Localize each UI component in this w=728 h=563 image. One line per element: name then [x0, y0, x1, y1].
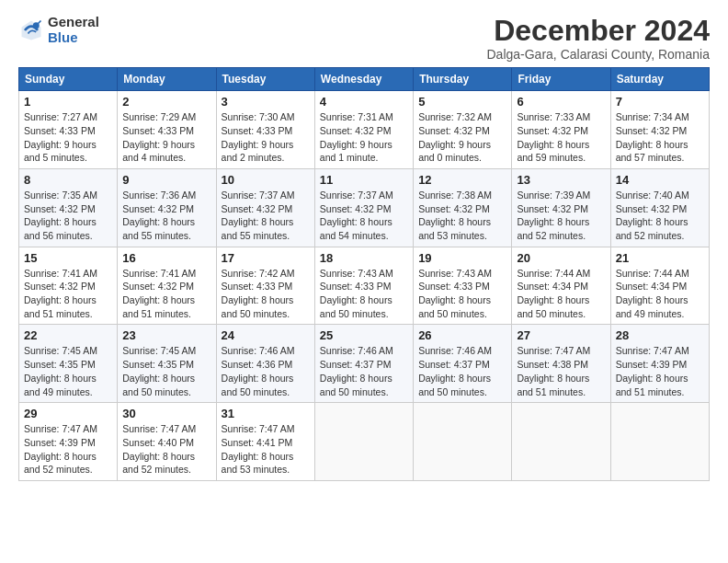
col-wednesday: Wednesday — [314, 68, 413, 91]
day-number: 21 — [616, 251, 704, 265]
day-info: Sunrise: 7:46 AMSunset: 4:36 PMDaylight:… — [222, 345, 295, 396]
table-row: 17 Sunrise: 7:42 AMSunset: 4:33 PMDaylig… — [216, 247, 314, 325]
calendar: Sunday Monday Tuesday Wednesday Thursday… — [18, 67, 710, 481]
logo-general-text: General — [48, 15, 99, 30]
table-row: 25 Sunrise: 7:46 AMSunset: 4:37 PMDaylig… — [314, 325, 413, 403]
day-number: 18 — [320, 251, 408, 265]
day-number: 27 — [517, 328, 605, 342]
day-info: Sunrise: 7:43 AMSunset: 4:33 PMDaylight:… — [320, 268, 393, 319]
day-number: 14 — [616, 173, 704, 187]
day-info: Sunrise: 7:39 AMSunset: 4:32 PMDaylight:… — [517, 190, 590, 241]
calendar-week-3: 15 Sunrise: 7:41 AMSunset: 4:32 PMDaylig… — [19, 247, 710, 325]
day-info: Sunrise: 7:47 AMSunset: 4:39 PMDaylight:… — [24, 423, 97, 475]
day-number: 28 — [616, 328, 704, 342]
table-row: 29 Sunrise: 7:47 AMSunset: 4:39 PMDaylig… — [19, 403, 118, 481]
table-row: 24 Sunrise: 7:46 AMSunset: 4:36 PMDaylig… — [216, 325, 314, 403]
calendar-header: Sunday Monday Tuesday Wednesday Thursday… — [19, 68, 710, 91]
day-info: Sunrise: 7:44 AMSunset: 4:34 PMDaylight:… — [616, 268, 689, 319]
table-row: 3 Sunrise: 7:30 AMSunset: 4:33 PMDayligh… — [216, 91, 314, 169]
main-title: December 2024 — [486, 15, 710, 47]
table-row: 14 Sunrise: 7:40 AMSunset: 4:32 PMDaylig… — [610, 168, 709, 247]
day-info: Sunrise: 7:47 AMSunset: 4:40 PMDaylight:… — [122, 423, 196, 475]
table-row: 19 Sunrise: 7:43 AMSunset: 4:33 PMDaylig… — [414, 247, 512, 325]
table-row — [512, 403, 610, 481]
day-number: 23 — [122, 328, 210, 342]
day-number: 9 — [122, 173, 210, 187]
day-number: 11 — [320, 173, 408, 187]
calendar-week-5: 29 Sunrise: 7:47 AMSunset: 4:39 PMDaylig… — [19, 403, 710, 481]
table-row: 27 Sunrise: 7:47 AMSunset: 4:38 PMDaylig… — [512, 325, 610, 403]
day-number: 19 — [418, 251, 506, 265]
day-number: 12 — [418, 173, 506, 187]
day-info: Sunrise: 7:46 AMSunset: 4:37 PMDaylight:… — [418, 345, 492, 396]
logo-icon — [18, 17, 44, 43]
day-info: Sunrise: 7:37 AMSunset: 4:32 PMDaylight:… — [320, 190, 393, 241]
day-info: Sunrise: 7:37 AMSunset: 4:32 PMDaylight:… — [222, 190, 295, 241]
header-row: Sunday Monday Tuesday Wednesday Thursday… — [19, 68, 710, 91]
header: General Blue December 2024 Dalga-Gara, C… — [18, 15, 710, 62]
col-sunday: Sunday — [19, 68, 118, 91]
day-info: Sunrise: 7:41 AMSunset: 4:32 PMDaylight:… — [122, 268, 196, 319]
table-row: 26 Sunrise: 7:46 AMSunset: 4:37 PMDaylig… — [414, 325, 512, 403]
table-row: 30 Sunrise: 7:47 AMSunset: 4:40 PMDaylig… — [118, 403, 216, 481]
day-number: 2 — [122, 95, 210, 109]
col-monday: Monday — [118, 68, 216, 91]
table-row — [610, 403, 709, 481]
day-info: Sunrise: 7:47 AMSunset: 4:38 PMDaylight:… — [517, 345, 590, 396]
day-info: Sunrise: 7:30 AMSunset: 4:33 PMDaylight:… — [222, 111, 295, 163]
day-number: 15 — [24, 251, 112, 265]
day-info: Sunrise: 7:35 AMSunset: 4:32 PMDaylight:… — [24, 190, 97, 241]
table-row: 9 Sunrise: 7:36 AMSunset: 4:32 PMDayligh… — [118, 168, 216, 247]
calendar-week-2: 8 Sunrise: 7:35 AMSunset: 4:32 PMDayligh… — [19, 168, 710, 247]
day-info: Sunrise: 7:44 AMSunset: 4:34 PMDaylight:… — [517, 268, 590, 319]
table-row — [314, 403, 413, 481]
day-number: 22 — [24, 328, 112, 342]
table-row — [414, 403, 512, 481]
table-row: 23 Sunrise: 7:45 AMSunset: 4:35 PMDaylig… — [118, 325, 216, 403]
calendar-week-1: 1 Sunrise: 7:27 AMSunset: 4:33 PMDayligh… — [19, 91, 710, 169]
calendar-week-4: 22 Sunrise: 7:45 AMSunset: 4:35 PMDaylig… — [19, 325, 710, 403]
day-info: Sunrise: 7:38 AMSunset: 4:32 PMDaylight:… — [418, 190, 492, 241]
table-row: 2 Sunrise: 7:29 AMSunset: 4:33 PMDayligh… — [118, 91, 216, 169]
table-row: 13 Sunrise: 7:39 AMSunset: 4:32 PMDaylig… — [512, 168, 610, 247]
day-info: Sunrise: 7:43 AMSunset: 4:33 PMDaylight:… — [418, 268, 492, 319]
day-number: 7 — [616, 95, 704, 109]
table-row: 16 Sunrise: 7:41 AMSunset: 4:32 PMDaylig… — [118, 247, 216, 325]
logo-blue-text: Blue — [48, 30, 99, 46]
day-info: Sunrise: 7:40 AMSunset: 4:32 PMDaylight:… — [616, 190, 689, 241]
table-row: 1 Sunrise: 7:27 AMSunset: 4:33 PMDayligh… — [19, 91, 118, 169]
table-row: 18 Sunrise: 7:43 AMSunset: 4:33 PMDaylig… — [314, 247, 413, 325]
table-row: 7 Sunrise: 7:34 AMSunset: 4:32 PMDayligh… — [610, 91, 709, 169]
table-row: 5 Sunrise: 7:32 AMSunset: 4:32 PMDayligh… — [414, 91, 512, 169]
table-row: 21 Sunrise: 7:44 AMSunset: 4:34 PMDaylig… — [610, 247, 709, 325]
col-saturday: Saturday — [610, 68, 709, 91]
day-number: 26 — [418, 328, 506, 342]
day-info: Sunrise: 7:34 AMSunset: 4:32 PMDaylight:… — [616, 111, 689, 163]
day-number: 5 — [418, 95, 506, 109]
table-row: 20 Sunrise: 7:44 AMSunset: 4:34 PMDaylig… — [512, 247, 610, 325]
day-info: Sunrise: 7:29 AMSunset: 4:33 PMDaylight:… — [122, 111, 196, 163]
table-row: 11 Sunrise: 7:37 AMSunset: 4:32 PMDaylig… — [314, 168, 413, 247]
day-info: Sunrise: 7:27 AMSunset: 4:33 PMDaylight:… — [24, 111, 97, 163]
day-info: Sunrise: 7:45 AMSunset: 4:35 PMDaylight:… — [122, 345, 196, 396]
table-row: 22 Sunrise: 7:45 AMSunset: 4:35 PMDaylig… — [19, 325, 118, 403]
day-number: 30 — [122, 407, 210, 420]
day-info: Sunrise: 7:46 AMSunset: 4:37 PMDaylight:… — [320, 345, 393, 396]
day-number: 6 — [517, 95, 605, 109]
page: General Blue December 2024 Dalga-Gara, C… — [0, 0, 728, 490]
day-info: Sunrise: 7:45 AMSunset: 4:35 PMDaylight:… — [24, 345, 97, 396]
subtitle: Dalga-Gara, Calarasi County, Romania — [486, 47, 710, 62]
day-number: 24 — [222, 328, 310, 342]
day-number: 3 — [222, 95, 310, 109]
day-info: Sunrise: 7:47 AMSunset: 4:41 PMDaylight:… — [222, 423, 295, 475]
table-row: 31 Sunrise: 7:47 AMSunset: 4:41 PMDaylig… — [216, 403, 314, 481]
day-number: 25 — [320, 328, 408, 342]
logo: General Blue — [18, 15, 99, 45]
table-row: 12 Sunrise: 7:38 AMSunset: 4:32 PMDaylig… — [414, 168, 512, 247]
day-number: 1 — [24, 95, 112, 109]
day-number: 8 — [24, 173, 112, 187]
day-info: Sunrise: 7:33 AMSunset: 4:32 PMDaylight:… — [517, 111, 590, 163]
calendar-body: 1 Sunrise: 7:27 AMSunset: 4:33 PMDayligh… — [19, 91, 710, 481]
col-friday: Friday — [512, 68, 610, 91]
day-info: Sunrise: 7:42 AMSunset: 4:33 PMDaylight:… — [222, 268, 295, 319]
